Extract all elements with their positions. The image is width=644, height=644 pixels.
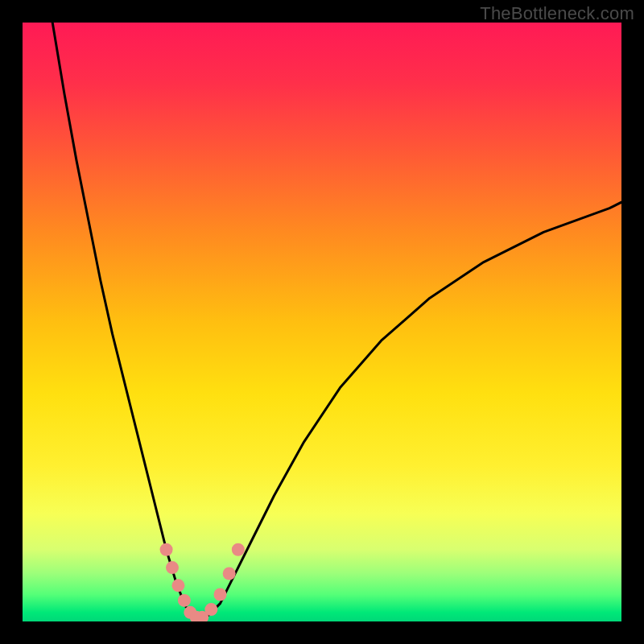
data-marker bbox=[214, 588, 227, 601]
gradient-background bbox=[23, 23, 621, 621]
data-marker bbox=[171, 579, 184, 592]
data-marker bbox=[178, 594, 191, 607]
plot-area bbox=[23, 23, 621, 621]
data-marker bbox=[160, 543, 173, 556]
watermark-text: TheBottleneck.com bbox=[480, 3, 634, 24]
data-marker bbox=[232, 543, 245, 556]
chart-svg bbox=[23, 23, 621, 621]
chart-frame: TheBottleneck.com bbox=[0, 0, 644, 644]
data-marker bbox=[204, 603, 217, 616]
data-marker bbox=[223, 567, 236, 580]
data-marker bbox=[166, 561, 179, 574]
